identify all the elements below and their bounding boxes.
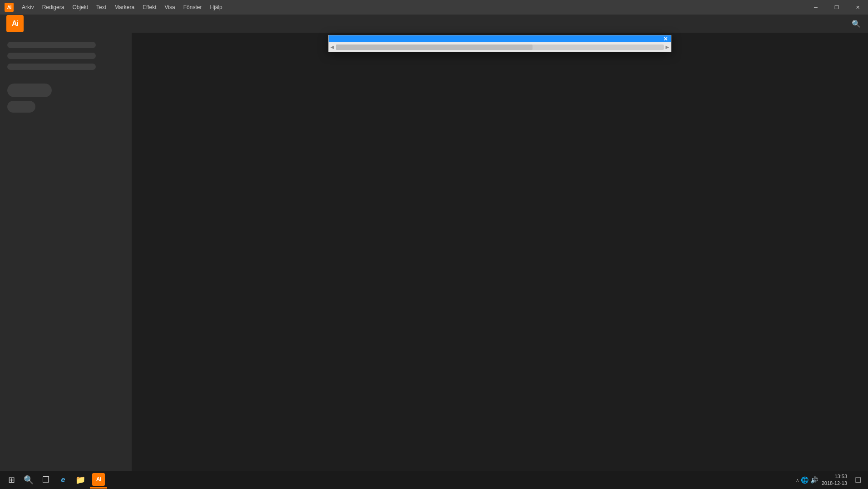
taskbar-clock[interactable]: 13:53 2018-12-13 bbox=[822, 473, 847, 487]
menu-hjälp[interactable]: Hjälp bbox=[206, 0, 226, 15]
menu-fönster[interactable]: Fönster bbox=[180, 0, 206, 15]
title-bar: Ai Arkiv Redigera Objekt Text Markera Ef… bbox=[0, 0, 868, 15]
taskbar-right: ∧ 🌐 🔊 13:53 2018-12-13 ☐ bbox=[796, 473, 865, 487]
menu-text[interactable]: Text bbox=[93, 0, 110, 15]
tray-network-icon[interactable]: 🌐 bbox=[801, 476, 809, 484]
menu-arkiv[interactable]: Arkiv bbox=[18, 0, 38, 15]
pill-small[interactable] bbox=[7, 101, 35, 113]
taskbar: ⊞ 🔍 ❐ e 📁 Ai ∧ 🌐 🔊 13:53 2018-12-13 ☐ bbox=[0, 471, 868, 489]
placeholder-bar-1 bbox=[7, 42, 96, 48]
scroll-right-arrow[interactable]: ▶ bbox=[664, 42, 671, 52]
menu-bar: Arkiv Redigera Objekt Text Markera Effek… bbox=[18, 0, 226, 15]
modal-overlay: ✕ ▲ ▼ ◀ ▶ bbox=[132, 33, 868, 471]
modal-dialog: ✕ ▲ ▼ ◀ ▶ bbox=[328, 35, 671, 52]
scrollbar-horizontal-track[interactable] bbox=[336, 44, 664, 50]
modal-footer: ◀ ▶ bbox=[329, 42, 671, 52]
title-bar-logo: Ai bbox=[3, 1, 15, 14]
files-button[interactable]: 📁 bbox=[72, 471, 89, 489]
taskbar-ai-button[interactable]: Ai bbox=[90, 471, 107, 489]
menu-objekt[interactable]: Objekt bbox=[69, 0, 92, 15]
app-icon-small: Ai bbox=[5, 3, 14, 12]
ai-logo-icon: Ai bbox=[6, 15, 24, 32]
menu-effekt[interactable]: Effekt bbox=[139, 0, 160, 15]
canvas-area: ✕ ▲ ▼ ◀ ▶ bbox=[132, 33, 868, 471]
taskbar-search-button[interactable]: 🔍 bbox=[20, 471, 37, 489]
start-button[interactable]: ⊞ bbox=[3, 471, 20, 489]
pill-group bbox=[7, 84, 124, 113]
placeholder-bar-2 bbox=[7, 53, 96, 59]
task-view-button[interactable]: ❐ bbox=[37, 471, 54, 489]
left-panel bbox=[0, 33, 132, 471]
restore-button[interactable]: ❐ bbox=[826, 0, 847, 15]
close-button[interactable]: ✕ bbox=[847, 0, 868, 15]
menu-markera[interactable]: Markera bbox=[111, 0, 138, 15]
menu-visa[interactable]: Visa bbox=[161, 0, 179, 15]
modal-header: ✕ bbox=[329, 35, 671, 42]
ai-logo: Ai bbox=[5, 15, 25, 33]
tray-expand-arrow[interactable]: ∧ bbox=[796, 478, 799, 483]
app-title-bar: Ai 🔍 bbox=[0, 15, 868, 33]
scrollbar-horizontal-thumb[interactable] bbox=[336, 44, 533, 50]
window-controls: ─ ❐ ✕ bbox=[805, 0, 868, 15]
placeholder-bar-3 bbox=[7, 64, 96, 70]
menu-redigera[interactable]: Redigera bbox=[39, 0, 68, 15]
search-icon-bar[interactable]: 🔍 bbox=[852, 20, 861, 28]
pill-large[interactable] bbox=[7, 84, 52, 97]
scroll-left-arrow[interactable]: ◀ bbox=[329, 42, 336, 52]
edge-button[interactable]: e bbox=[54, 471, 72, 489]
main-layout: ✕ ▲ ▼ ◀ ▶ bbox=[0, 33, 868, 471]
minimize-button[interactable]: ─ bbox=[805, 0, 826, 15]
notification-area: ∧ 🌐 🔊 bbox=[796, 476, 818, 484]
taskbar-ai-icon: Ai bbox=[92, 473, 105, 486]
action-center-button[interactable]: ☐ bbox=[851, 473, 865, 487]
tray-speaker-icon[interactable]: 🔊 bbox=[810, 476, 818, 484]
